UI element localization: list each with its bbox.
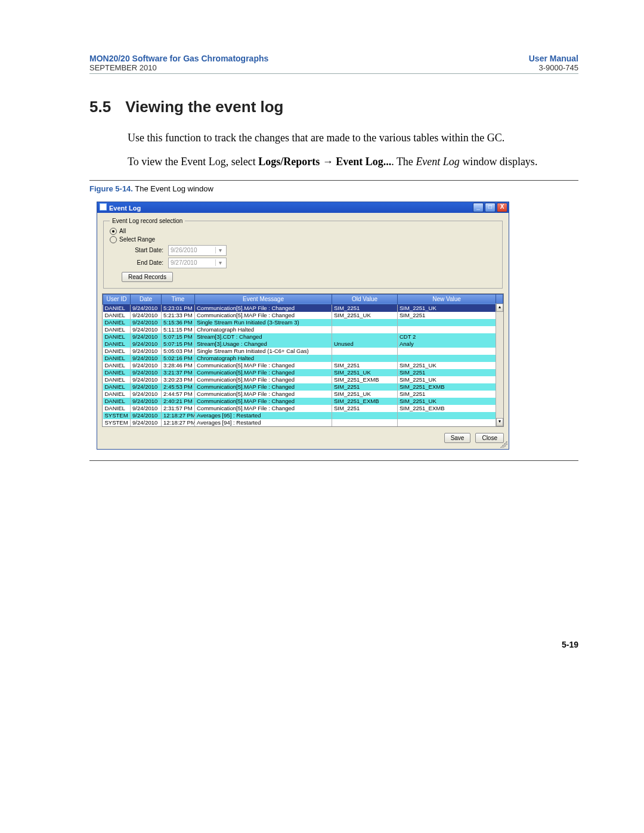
cell-msg: Communication[5].MAP File : Changed [195, 376, 332, 383]
table-row[interactable]: DANIEL9/24/20105:15:36 PMSingle Stream R… [103, 319, 503, 326]
user-manual-label: User Manual [529, 54, 578, 63]
cell-msg: Stream[3].CDT : Changed [195, 333, 332, 340]
table-row[interactable]: SYSTEM9/24/201012:18:27 PMAverages [95] … [103, 412, 503, 419]
scroll-header [496, 294, 503, 304]
start-date-label: Start Date: [128, 247, 163, 253]
col-date[interactable]: Date [131, 294, 162, 304]
cell-new: CDT 2 [398, 333, 496, 340]
cell-new: SIM_2251_UK [398, 304, 496, 312]
maximize-button[interactable]: □ [485, 203, 496, 212]
cell-new: SIM_2251_EXMB [398, 405, 496, 412]
radio-select-range[interactable] [110, 236, 117, 243]
cell-old: SIM_2251_UK [332, 391, 398, 398]
cell-msg: Communication[5].MAP File : Changed [195, 304, 332, 312]
end-date-label: End Date: [128, 259, 163, 266]
close-dialog-button[interactable]: Close [475, 433, 504, 443]
scroll-down-icon[interactable]: ▾ [496, 418, 503, 426]
table-row[interactable]: SYSTEM9/24/201012:18:27 PMAverages [94] … [103, 419, 503, 426]
record-selection-group: Event Log record selection All Select Ra… [103, 218, 503, 289]
paragraph-2: To view the Event Log, select Logs/Repor… [128, 154, 578, 169]
cell-user: DANIEL [103, 304, 131, 312]
table-row[interactable]: DANIEL9/24/20103:20:23 PMCommunication[5… [103, 376, 503, 383]
cell-date: 9/24/2010 [131, 304, 162, 312]
start-date-input[interactable]: 9/26/2010▾ [168, 245, 227, 256]
cell-date: 9/24/2010 [131, 348, 162, 355]
table-row[interactable]: DANIEL9/24/20105:07:15 PMStream[3].Usage… [103, 340, 503, 348]
close-button[interactable]: X [497, 203, 507, 212]
radio-all[interactable] [110, 228, 117, 235]
col-msg[interactable]: Event Message [195, 294, 332, 304]
titlebar[interactable]: Event Log _ □ X [97, 202, 509, 213]
cell-old [332, 419, 398, 426]
cell-old: SIM_2251_EXMB [332, 376, 398, 383]
cell-date: 9/24/2010 [131, 362, 162, 369]
table-row[interactable]: DANIEL9/24/20103:28:46 PMCommunication[5… [103, 362, 503, 369]
figure-caption: The Event Log window [133, 184, 213, 193]
table-row[interactable]: DANIEL9/24/20102:31:57 PMCommunication[5… [103, 405, 503, 412]
cell-date: 9/24/2010 [131, 405, 162, 412]
cell-time: 5:02:16 PM [162, 355, 195, 362]
table-row[interactable]: DANIEL9/24/20105:07:15 PMStream[3].CDT :… [103, 333, 503, 340]
table-row[interactable]: DANIEL9/24/20105:23:01 PMCommunication[5… [103, 304, 503, 312]
cell-new: SIM_2251 [398, 391, 496, 398]
table-row[interactable]: DANIEL9/24/20102:45:53 PMCommunication[5… [103, 383, 503, 391]
table-row[interactable]: DANIEL9/24/20103:21:37 PMCommunication[5… [103, 369, 503, 376]
cell-new: Analy [398, 340, 496, 348]
cell-msg: Communication[5].MAP File : Changed [195, 405, 332, 412]
event-log-window: Event Log _ □ X Event Log record selecti… [97, 202, 509, 450]
cell-old: SIM_2251_UK [332, 312, 398, 319]
table-row[interactable]: DANIEL9/24/20105:05:03 PMSingle Stream R… [103, 348, 503, 355]
cell-old: Unused [332, 340, 398, 348]
cell-user: DANIEL [103, 340, 131, 348]
dropdown-icon[interactable]: ▾ [215, 259, 224, 266]
table-row[interactable]: DANIEL9/24/20105:11:15 PMChromatograph H… [103, 326, 503, 333]
cell-old [332, 319, 398, 326]
cell-new [398, 419, 496, 426]
cell-old [332, 412, 398, 419]
end-date-input[interactable]: 9/27/2010▾ [168, 258, 227, 268]
col-user[interactable]: User ID [103, 294, 131, 304]
vertical-scrollbar[interactable]: ▴ ▾ [496, 304, 503, 426]
cell-msg: Communication[5].MAP File : Changed [195, 312, 332, 319]
dropdown-icon[interactable]: ▾ [215, 247, 224, 253]
scroll-up-icon[interactable]: ▴ [496, 304, 503, 312]
cell-user: DANIEL [103, 398, 131, 405]
cell-new [398, 348, 496, 355]
window-title: Event Log [109, 205, 141, 212]
cell-user: DANIEL [103, 383, 131, 391]
cell-new: SIM_2251_UK [398, 398, 496, 405]
col-new[interactable]: New Value [398, 294, 496, 304]
cell-user: DANIEL [103, 312, 131, 319]
cell-msg: Averages [94] : Restarted [195, 419, 332, 426]
cell-time: 5:21:33 PM [162, 312, 195, 319]
event-table: User ID Date Time Event Message Old Valu… [102, 293, 504, 427]
radio-all-label: All [119, 228, 126, 234]
col-old[interactable]: Old Value [332, 294, 398, 304]
table-row[interactable]: DANIEL9/24/20105:21:33 PMCommunication[5… [103, 312, 503, 319]
cell-old: SIM_2251 [332, 383, 398, 391]
cell-date: 9/24/2010 [131, 326, 162, 333]
cell-msg: Single Stream Run Initiated (3-Stream 3) [195, 319, 332, 326]
col-time[interactable]: Time [162, 294, 195, 304]
page-number: 5-19 [89, 640, 578, 649]
cell-msg: Averages [95] : Restarted [195, 412, 332, 419]
cell-time: 5:15:36 PM [162, 319, 195, 326]
cell-old: SIM_2251 [332, 304, 398, 312]
cell-new [398, 412, 496, 419]
table-row[interactable]: DANIEL9/24/20102:40:21 PMCommunication[5… [103, 398, 503, 405]
doc-date: SEPTEMBER 2010 [89, 63, 268, 72]
minimize-button[interactable]: _ [473, 203, 484, 212]
cell-date: 9/24/2010 [131, 312, 162, 319]
table-row[interactable]: DANIEL9/24/20102:44:57 PMCommunication[5… [103, 391, 503, 398]
read-records-button[interactable]: Read Records [122, 272, 173, 282]
table-row[interactable]: DANIEL9/24/20105:02:16 PMChromatograph H… [103, 355, 503, 362]
cell-msg: Chromatograph Halted [195, 355, 332, 362]
cell-date: 9/24/2010 [131, 398, 162, 405]
section-number: 5.5 [89, 98, 111, 116]
cell-old [332, 333, 398, 340]
radio-range-label: Select Range [119, 236, 155, 243]
cell-time: 5:23:01 PM [162, 304, 195, 312]
cell-date: 9/24/2010 [131, 333, 162, 340]
cell-user: DANIEL [103, 355, 131, 362]
save-button[interactable]: Save [444, 433, 471, 443]
